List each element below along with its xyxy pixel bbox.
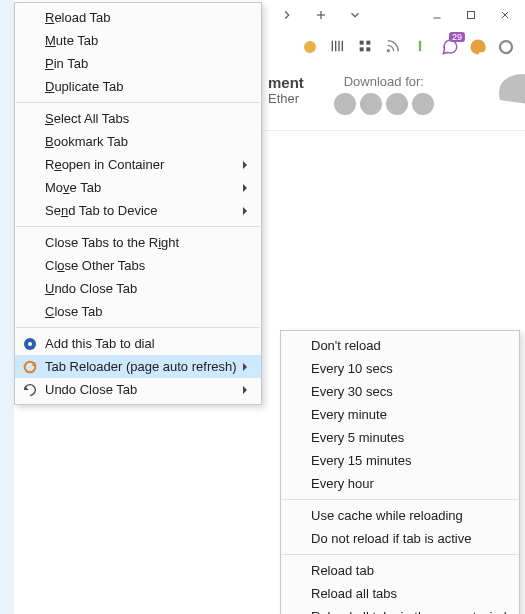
menu-item-label: Reopen in Container	[45, 157, 164, 172]
menu-item-label: Don't reload	[311, 338, 381, 353]
mascot-icon	[495, 65, 525, 105]
menu-item-reopen-in-container[interactable]: Reopen in Container	[15, 153, 261, 176]
menu-item-every-minute[interactable]: Every minute	[281, 403, 519, 426]
spinner-icon[interactable]	[497, 38, 515, 56]
menu-item-label: Reload all tabs in the current window	[311, 609, 523, 614]
separator	[16, 102, 260, 103]
tabs-dropdown-icon[interactable]	[347, 7, 363, 23]
menu-item-add-this-tab-to-dial[interactable]: Add this Tab to dial	[15, 332, 261, 355]
separator	[16, 226, 260, 227]
tab-context-menu: Reload TabMute TabPin TabDuplicate TabSe…	[14, 2, 262, 405]
menu-item-every-hour[interactable]: Every hour	[281, 472, 519, 495]
menu-item-undo-close-tab[interactable]: Undo Close Tab	[15, 277, 261, 300]
svg-rect-16	[419, 41, 421, 52]
svg-rect-11	[360, 41, 364, 45]
opera-icon[interactable]	[386, 93, 408, 115]
menu-item-close-other-tabs[interactable]: Close Other Tabs	[15, 254, 261, 277]
separator	[16, 327, 260, 328]
page-subtitle-fragment: Ether	[268, 91, 304, 106]
menu-item-label: Close Tabs to the Right	[45, 235, 179, 250]
menu-item-label: Mute Tab	[45, 33, 98, 48]
menu-item-label: Reload all tabs	[311, 586, 397, 601]
svg-rect-14	[366, 47, 370, 51]
window-close-icon[interactable]	[497, 7, 513, 23]
menu-item-every-10-secs[interactable]: Every 10 secs	[281, 357, 519, 380]
menu-item-label: Close Tab	[45, 304, 103, 319]
menu-item-label: Every minute	[311, 407, 387, 422]
menu-item-use-cache-while-reloading[interactable]: Use cache while reloading	[281, 504, 519, 527]
chat-icon[interactable]: 29	[441, 38, 459, 56]
page-title-fragment: ment	[268, 74, 304, 91]
menu-item-reload-tab[interactable]: Reload Tab	[15, 6, 261, 29]
menu-item-label: Undo Close Tab	[45, 281, 137, 296]
menu-item-label: Bookmark Tab	[45, 134, 128, 149]
edge-icon[interactable]	[412, 93, 434, 115]
chrome-icon[interactable]	[334, 93, 356, 115]
extension-icon[interactable]	[301, 38, 319, 56]
menu-item-every-30-secs[interactable]: Every 30 secs	[281, 380, 519, 403]
menu-item-label: Use cache while reloading	[311, 508, 463, 523]
separator	[282, 554, 518, 555]
menu-item-close-tab[interactable]: Close Tab	[15, 300, 261, 323]
menu-item-label: Reload Tab	[45, 10, 111, 25]
menu-item-label: Every 30 secs	[311, 384, 393, 399]
svg-point-19	[28, 342, 32, 346]
menu-item-undo-close-tab[interactable]: Undo Close Tab	[15, 378, 261, 401]
menu-item-duplicate-tab[interactable]: Duplicate Tab	[15, 75, 261, 98]
menu-item-bookmark-tab[interactable]: Bookmark Tab	[15, 130, 261, 153]
menu-item-label: Send Tab to Device	[45, 203, 158, 218]
menu-item-label: Move Tab	[45, 180, 101, 195]
window-maximize-icon[interactable]	[463, 7, 479, 23]
library-icon[interactable]	[329, 38, 347, 56]
separator	[282, 499, 518, 500]
svg-rect-12	[366, 41, 370, 45]
menu-item-label: Select All Tabs	[45, 111, 129, 126]
menu-item-label: Every hour	[311, 476, 374, 491]
menu-item-move-tab[interactable]: Move Tab	[15, 176, 261, 199]
reloader-icon	[21, 358, 39, 376]
menu-item-pin-tab[interactable]: Pin Tab	[15, 52, 261, 75]
flag-icon[interactable]	[413, 38, 431, 56]
svg-point-6	[304, 41, 316, 53]
menu-item-reload-all-tabs-in-the-current-window[interactable]: Reload all tabs in the current window	[281, 605, 519, 614]
menu-item-every-15-minutes[interactable]: Every 15 minutes	[281, 449, 519, 472]
paint-icon[interactable]	[469, 38, 487, 56]
menu-item-reload-all-tabs[interactable]: Reload all tabs	[281, 582, 519, 605]
notification-badge: 29	[449, 32, 465, 42]
tab-reloader-submenu: Don't reloadEvery 10 secsEvery 30 secsEv…	[280, 330, 520, 614]
menu-item-every-5-minutes[interactable]: Every 5 minutes	[281, 426, 519, 449]
menu-item-label: Add this Tab to dial	[45, 336, 155, 351]
svg-rect-13	[360, 47, 364, 51]
svg-point-20	[25, 361, 36, 372]
menu-item-select-all-tabs[interactable]: Select All Tabs	[15, 107, 261, 130]
svg-rect-3	[468, 12, 475, 19]
menu-item-label: Reload tab	[311, 563, 374, 578]
nav-forward-icon[interactable]	[279, 7, 295, 23]
menu-item-label: Every 10 secs	[311, 361, 393, 376]
menu-item-do-not-reload-if-tab-is-active[interactable]: Do not reload if tab is active	[281, 527, 519, 550]
new-tab-icon[interactable]	[313, 7, 329, 23]
menu-item-send-tab-to-device[interactable]: Send Tab to Device	[15, 199, 261, 222]
undo-icon	[21, 381, 39, 399]
download-for-label: Download for:	[334, 74, 434, 89]
menu-item-don-t-reload[interactable]: Don't reload	[281, 334, 519, 357]
menu-item-label: Undo Close Tab	[45, 382, 137, 397]
menu-item-reload-tab[interactable]: Reload tab	[281, 559, 519, 582]
rss-icon[interactable]	[385, 38, 403, 56]
window-minimize-icon[interactable]	[429, 7, 445, 23]
menu-item-label: Close Other Tabs	[45, 258, 145, 273]
apps-grid-icon[interactable]	[357, 38, 375, 56]
menu-item-mute-tab[interactable]: Mute Tab	[15, 29, 261, 52]
svg-point-15	[387, 50, 389, 52]
menu-item-label: Tab Reloader (page auto refresh)	[45, 359, 237, 374]
menu-item-label: Do not reload if tab is active	[311, 531, 471, 546]
menu-item-label: Every 5 minutes	[311, 430, 404, 445]
menu-item-label: Every 15 minutes	[311, 453, 411, 468]
menu-item-label: Pin Tab	[45, 56, 88, 71]
browser-icons-row	[334, 93, 434, 115]
menu-item-close-tabs-to-the-right[interactable]: Close Tabs to the Right	[15, 231, 261, 254]
svg-point-17	[500, 41, 512, 53]
firefox-icon[interactable]	[360, 93, 382, 115]
menu-item-tab-reloader-page-auto-refresh[interactable]: Tab Reloader (page auto refresh)	[15, 355, 261, 378]
menu-item-label: Duplicate Tab	[45, 79, 124, 94]
